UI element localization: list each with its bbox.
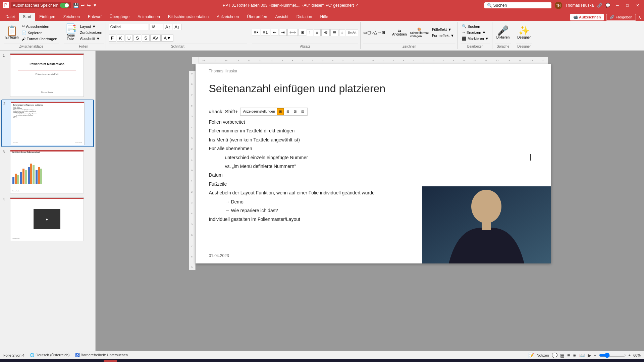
btn-einfuegen[interactable]: 📋 Einfügen [4, 25, 20, 40]
toolbar-save-icon[interactable]: 💾 [73, 3, 79, 8]
btn-abschnitt[interactable]: Abschnitt ▼ [79, 36, 104, 41]
tab-uebergaenge[interactable]: Übergänge [106, 13, 133, 21]
font-decrease-btn[interactable]: A↓ [173, 24, 181, 30]
shape-arrow[interactable]: → [377, 30, 381, 35]
maximize-btn[interactable]: □ [624, 2, 631, 8]
btn-indent-more[interactable]: ⇥ [279, 29, 287, 36]
taskbar-explorer-btn[interactable]: 📁 [75, 360, 89, 362]
btn-freigeben[interactable]: 🔗 Freigeben [606, 14, 636, 21]
view-slide-sorter-icon[interactable]: ⊞ [573, 353, 577, 358]
btn-text-dir[interactable]: ⟺ [287, 29, 298, 36]
btn-columns[interactable]: ⊞ [299, 29, 306, 36]
tab-ueberpruefen[interactable]: Überprüfen [243, 13, 271, 21]
slide-main-title[interactable]: Seitenanzahl einfügen und platzieren [209, 82, 386, 95]
taskbar-start-btn[interactable]: ⊞ [1, 360, 15, 362]
btn-smartart[interactable]: SmArt [346, 29, 358, 36]
view-normal-icon[interactable]: ▦ [560, 353, 565, 358]
btn-schnellformat[interactable]: 🎨 Schnellformatvorlagen [409, 26, 430, 39]
taskbar-btn-13[interactable]: 🔵 [230, 360, 244, 362]
btn-zuruecksetzen[interactable]: Zurücksetzen [79, 30, 104, 35]
btn-list[interactable]: ≡• [252, 29, 260, 36]
taskbar-btn-15[interactable]: 💻 [259, 360, 272, 362]
comments-icon[interactable]: 💬 [605, 3, 610, 8]
toolbar-undo-icon[interactable]: ↩ [81, 3, 85, 8]
view-outline-icon[interactable]: ≡ [567, 353, 570, 358]
shape-triangle[interactable]: △ [374, 30, 377, 35]
taskbar-firefox-btn[interactable]: 🦊 [61, 360, 75, 362]
taskbar-btn-12[interactable]: 🟢 [216, 360, 230, 362]
notes-label[interactable]: Notizen [537, 353, 549, 357]
btn-aufzeichnen[interactable]: 📹 Aufzeichnen [570, 14, 604, 20]
btn-ausschneiden[interactable]: ✂ Ausschneiden [20, 23, 58, 29]
font-size-input[interactable] [150, 24, 163, 30]
btn-line-spacing[interactable]: ↕ [339, 29, 345, 36]
format-btn-2[interactable]: ⊟ [284, 108, 291, 115]
btn-bold[interactable]: F [109, 35, 116, 42]
zoom-in-icon[interactable]: + [629, 353, 631, 357]
tab-ansicht[interactable]: Ansicht [271, 13, 292, 21]
toggle-slider[interactable] [60, 3, 69, 8]
tab-aufzeichnen[interactable]: Aufzeichnen [213, 13, 243, 21]
taskbar-mail-btn[interactable]: 📧 [90, 360, 103, 362]
btn-underline[interactable]: U [125, 35, 133, 42]
taskbar-btn-10[interactable]: 🔵 [188, 360, 202, 362]
btn-align-center[interactable]: ≡ [314, 29, 321, 36]
shape-circle[interactable]: ○ [371, 30, 374, 35]
btn-layout[interactable]: Layout ▼ [79, 24, 104, 29]
tab-hilfe[interactable]: Hilfe [316, 13, 332, 21]
btn-strikethrough[interactable]: S [133, 35, 141, 42]
collapse-ribbon-icon[interactable]: ∧ [638, 15, 641, 20]
slide-canvas[interactable]: Thomas Hruska Seitenanzahl einfügen und … [196, 64, 551, 263]
taskbar-onenote-btn[interactable]: 📓 [146, 360, 159, 362]
autosave-toggle[interactable]: Automatisches Speichern [11, 2, 71, 8]
toolbar-redo-icon[interactable]: ↪ [87, 3, 91, 8]
slide-thumb-2[interactable]: 2 Seitenanzahl einfügen und platzieren #… [1, 100, 94, 147]
btn-shadow[interactable]: S [142, 35, 150, 42]
font-name-input[interactable] [109, 24, 149, 30]
taskbar-teams-btn[interactable]: 👥 [132, 360, 145, 362]
btn-kopieren[interactable]: 📄 Kopieren [20, 30, 58, 36]
btn-ersetzen[interactable]: ↔ Ersetzen ▼ [461, 30, 490, 35]
slide-thumb-4[interactable]: 4 ▶ Thomas Hruska [1, 196, 94, 242]
taskbar-excel-btn[interactable]: 📊 [118, 360, 131, 362]
btn-neue-folie[interactable]: 📑 NeueFolie [64, 23, 78, 42]
share-icon[interactable]: 🔗 [597, 3, 602, 8]
shape-more[interactable]: ⊞ [382, 30, 385, 35]
btn-font-color[interactable]: A▼ [161, 35, 173, 42]
btn-designer[interactable]: ✨ Designer [516, 25, 532, 40]
tab-bildschirm[interactable]: Bildschirmpräsentation [164, 13, 213, 21]
tab-datei[interactable]: Datei [1, 13, 19, 21]
format-btn-3[interactable]: ⊠ [292, 108, 299, 115]
search-bar[interactable]: 🔍 Suchen [484, 2, 551, 8]
format-btn-4[interactable]: ⊡ [299, 108, 306, 115]
shape-rect[interactable]: ▭ [363, 30, 367, 35]
shape-rounded[interactable]: ▢ [367, 30, 371, 35]
tab-animationen[interactable]: Animationen [133, 13, 164, 21]
btn-numlist[interactable]: ≡1 [261, 29, 270, 36]
taskbar-widgets-btn[interactable]: 📊 [30, 360, 43, 362]
close-btn[interactable]: ✕ [634, 2, 641, 8]
btn-align-right[interactable]: ⫷ [321, 29, 330, 36]
taskbar-camera-btn[interactable]: 📷 [160, 360, 173, 362]
font-increase-btn[interactable]: A↑ [164, 24, 172, 30]
btn-diktieren[interactable]: 🎤 Diktieren [495, 25, 511, 40]
zoom-out-icon[interactable]: − [594, 353, 596, 357]
btn-align-left[interactable]: ⫶ [307, 29, 313, 36]
taskbar-powerpoint-btn[interactable]: P [104, 360, 117, 362]
tab-einfuegen[interactable]: Einfügen [35, 13, 59, 21]
zoom-slider[interactable] [599, 353, 626, 358]
comments-status-icon[interactable]: 💬 [552, 353, 557, 358]
btn-justify[interactable]: ☰ [330, 29, 338, 36]
tab-start[interactable]: Start [19, 13, 35, 21]
btn-anordnen[interactable]: 🗂 Anordnen [391, 28, 408, 37]
toolbar-more-icon[interactable]: ▼ [93, 3, 97, 8]
accessibility-status[interactable]: ♿ Barrierefreiheit: Untersuchen [75, 353, 128, 357]
format-btn-1[interactable]: ⊞ [277, 108, 284, 115]
btn-formeffekt[interactable]: Formeffekt ▼ [431, 33, 455, 38]
btn-italic[interactable]: K [117, 35, 124, 42]
btn-char-spacing[interactable]: AV [150, 35, 161, 42]
btn-markieren[interactable]: ⬛ Markieren ▼ [461, 36, 490, 42]
taskbar-btn-11[interactable]: 🟠 [202, 360, 216, 362]
view-reading-icon[interactable]: 📖 [579, 353, 585, 358]
btn-suchen[interactable]: 🔍 Suchen [461, 23, 490, 29]
